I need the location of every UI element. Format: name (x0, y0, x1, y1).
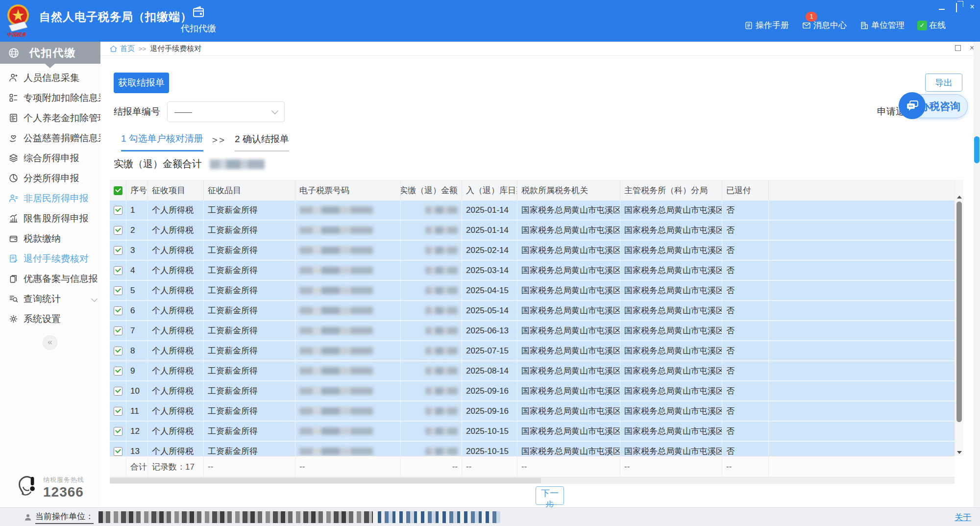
tax-receipt-number-redacted (299, 327, 373, 334)
table-row-1[interactable]: 1个人所得税工资薪金所得2025-01-14国家税务总局黄山市屯溪区...国家税… (110, 200, 955, 221)
table-vertical-scrollbar[interactable] (955, 180, 963, 456)
table-row-13[interactable]: 13个人所得税工资薪金所得2025-10-15国家税务总局黄山市屯溪区...国家… (110, 442, 955, 456)
row-checkbox[interactable] (114, 407, 122, 416)
sidebar-item-doc[interactable]: 优惠备案与信息报 (0, 269, 100, 289)
row-checkbox[interactable] (114, 266, 122, 275)
titlebar-link-org[interactable]: 单位管理 (859, 20, 905, 31)
footer-cell: -- (620, 456, 722, 477)
table-row-4[interactable]: 4个人所得税工资薪金所得2025-03-14国家税务总局黄山市屯溪区...国家税… (110, 261, 955, 281)
cell[interactable] (110, 422, 126, 441)
page-scrollbar-thumb[interactable] (974, 136, 980, 163)
row-checkbox[interactable] (114, 306, 122, 315)
cell: 个人所得税 (148, 361, 204, 380)
horizontal-scrollbar[interactable] (110, 477, 955, 484)
titlebar-link-manual[interactable]: 操作手册 (744, 20, 789, 31)
statement-number-select[interactable]: —— (167, 101, 285, 122)
table-row-7[interactable]: 7个人所得税工资薪金所得2025-06-13国家税务总局黄山市屯溪区...国家税… (110, 321, 955, 341)
statement-number-value: —— (174, 107, 192, 117)
search-list-icon (0, 294, 24, 304)
cell[interactable] (110, 261, 126, 280)
table-row-3[interactable]: 3个人所得税工资薪金所得2025-02-14国家税务总局黄山市屯溪区...国家税… (110, 241, 955, 261)
cell: 2025-10-15 (462, 422, 517, 441)
cell[interactable] (110, 341, 126, 360)
about-link[interactable]: 关于 (955, 512, 971, 523)
table-row-5[interactable]: 5个人所得税工资薪金所得2025-04-15国家税务总局黄山市屯溪区...国家税… (110, 281, 955, 301)
current-unit-name-redacted (98, 511, 373, 523)
row-checkbox[interactable] (114, 367, 122, 376)
table-scrollbar-thumb[interactable] (956, 201, 962, 422)
export-button[interactable]: 导出 (925, 74, 962, 92)
fetch-statement-button[interactable]: 获取结报单 (114, 73, 169, 93)
cell: 国家税务总局黄山市屯溪区... (620, 341, 722, 360)
row-checkbox[interactable] (114, 206, 122, 215)
horizontal-scrollbar-thumb[interactable] (110, 478, 541, 483)
row-checkbox[interactable] (114, 387, 122, 396)
tax-receipt-number-redacted (299, 347, 373, 354)
scroll-up-arrow-icon[interactable] (957, 196, 962, 199)
cell[interactable] (110, 221, 126, 240)
minimize-button[interactable] (939, 4, 945, 10)
cell: 国家税务总局黄山市屯溪区... (620, 301, 722, 320)
titlebar-link-online[interactable]: ✓在线 (917, 20, 946, 31)
cell[interactable] (110, 381, 126, 401)
table-header-row: 序号征收项目征收品目电子税票号码实缴（退）金额入（退）库日期税款所属税务机关主管… (110, 180, 955, 200)
table-row-12[interactable]: 12个人所得税工资薪金所得2025-10-15国家税务总局黄山市屯溪区...国家… (110, 422, 955, 442)
cell[interactable] (110, 321, 126, 340)
sidebar-item-gear[interactable]: 系统设置 (0, 309, 100, 329)
cell[interactable] (110, 442, 126, 456)
restore-button[interactable] (956, 3, 957, 12)
cell: 工资薪金所得 (204, 200, 295, 220)
step-2-tab[interactable]: 2 确认结报单 (235, 133, 289, 151)
manual-icon (744, 21, 754, 30)
cell: 2025-09-16 (462, 401, 517, 421)
row-checkbox[interactable] (114, 427, 122, 436)
sidebar-item-layers[interactable]: 综合所得申报 (0, 148, 100, 168)
row-checkbox[interactable] (114, 246, 122, 255)
sidebar-item-doc-check[interactable]: 退付手续费核对 (0, 249, 100, 269)
cell: 2025-08-14 (462, 361, 517, 380)
row-checkbox[interactable] (114, 286, 122, 295)
scroll-down-arrow-icon[interactable] (957, 451, 962, 454)
cell: 国家税务总局黄山市屯溪区... (517, 341, 620, 360)
table-row-8[interactable]: 8个人所得税工资薪金所得2025-07-15国家税务总局黄山市屯溪区...国家税… (110, 341, 955, 361)
sidebar-item-person-add[interactable]: 人员信息采集 (0, 68, 100, 88)
sidebar-item-id-card[interactable]: 个人养老金扣除管理 (0, 108, 100, 128)
sidebar-item-heart-hand[interactable]: 公益慈善捐赠信息采 (0, 128, 100, 148)
page-scrollbar[interactable] (974, 42, 980, 507)
cell[interactable] (110, 281, 126, 300)
row-checkbox[interactable] (114, 347, 122, 355)
id-card-icon (0, 113, 24, 123)
tax-receipt-number-redacted (299, 226, 373, 234)
sidebar-item-wallet[interactable]: 税款缴纳 (0, 228, 100, 249)
table-row-11[interactable]: 11个人所得税工资薪金所得2025-09-16国家税务总局黄山市屯溪区...国家… (110, 401, 955, 422)
cell[interactable] (110, 361, 126, 380)
table-row-6[interactable]: 6个人所得税工资薪金所得2025-05-14国家税务总局黄山市屯溪区...国家税… (110, 301, 955, 321)
close-button[interactable]: × (968, 3, 976, 11)
cell[interactable] (110, 200, 126, 220)
sidebar-item-person-doc[interactable]: 非居民所得申报 (0, 188, 100, 208)
cell[interactable] (110, 241, 126, 260)
titlebar-link-message[interactable]: 消息中心1 (802, 20, 847, 31)
sidebar-item-pie-chart[interactable]: 分类所得申报 (0, 168, 100, 188)
next-step-button[interactable]: 下一步 (536, 486, 564, 505)
select-all-checkbox[interactable] (114, 186, 122, 195)
step-1-tab[interactable]: 1 勾选单户核对清册 (121, 132, 203, 151)
breadcrumb-home[interactable]: 首页 (120, 44, 135, 53)
cell[interactable] (110, 401, 126, 421)
sidebar-item-bar-chart[interactable]: 限售股所得申报 (0, 208, 100, 228)
sidebar-item-search-list[interactable]: 查询统计 (0, 289, 100, 309)
sidebar-collapse-button[interactable]: « (43, 336, 57, 350)
row-checkbox[interactable] (114, 326, 122, 335)
table-row-10[interactable]: 10个人所得税工资薪金所得2025-09-16国家税务总局黄山市屯溪区...国家… (110, 381, 955, 401)
page-restore-icon[interactable] (955, 45, 961, 51)
table-row-2[interactable]: 2个人所得税工资薪金所得2025-01-14国家税务总局黄山市屯溪区...国家税… (110, 221, 955, 241)
chat-bubble-icon[interactable] (899, 92, 926, 119)
row-checkbox[interactable] (114, 447, 122, 456)
cell[interactable] (110, 301, 126, 320)
sidebar-item-list-boxes[interactable]: 专项附加扣除信息采 (0, 88, 100, 108)
table-row-9[interactable]: 9个人所得税工资薪金所得2025-08-14国家税务总局黄山市屯溪区...国家税… (110, 361, 955, 381)
gear-icon (0, 314, 24, 324)
tax-receipt-number-redacted (299, 287, 373, 294)
tab-withholding[interactable]: 代扣代缴 (176, 5, 220, 34)
row-checkbox[interactable] (114, 226, 122, 235)
